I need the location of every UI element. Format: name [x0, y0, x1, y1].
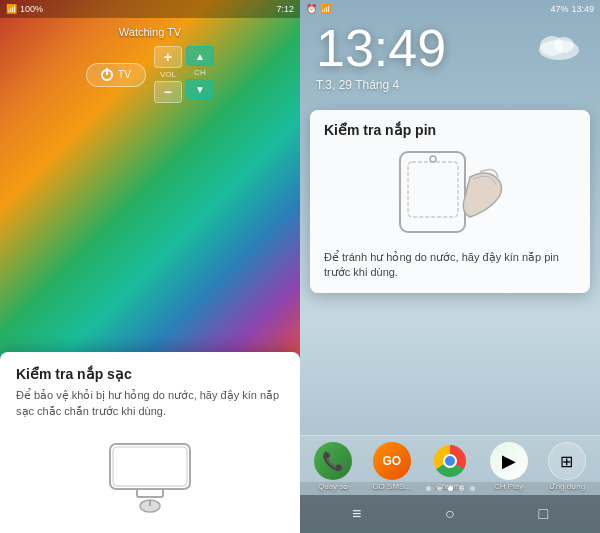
cloud-icon: [534, 30, 584, 60]
svg-rect-9: [408, 162, 458, 217]
left-status-time: 7:12: [276, 4, 294, 14]
phone-icon: 📞: [314, 442, 352, 480]
vol-up-button[interactable]: +: [154, 46, 182, 68]
svg-rect-0: [110, 444, 190, 489]
cloud-decoration: [534, 30, 584, 64]
right-notif-text: Để tránh hư hỏng do nước, hãy đậy kín nắ…: [324, 250, 576, 281]
right-notification-card: Kiểm tra nắp pin Để tránh hư hỏng do nướ…: [310, 110, 590, 293]
svg-rect-1: [113, 447, 187, 486]
chrome-inner-circle: [443, 454, 457, 468]
left-panel: 📶 100% 7:12 Watching TV TV + VOL − ▲ C: [0, 0, 300, 533]
left-status-icons: 📶 100%: [6, 4, 43, 14]
lock-screen-time: 13:49 T.3, 29 Tháng 4: [316, 22, 446, 92]
nav-buttons: ≡ ○ □: [300, 495, 600, 533]
power-icon: [101, 69, 113, 81]
right-panel: ⏰ 📶 47% 13:49 13:49 T.3, 29 Tháng 4 Kiểm…: [300, 0, 600, 533]
right-status-right: 47% 13:49: [550, 4, 594, 14]
left-status-bar: 📶 100% 7:12: [0, 0, 300, 18]
nav-dots: [300, 482, 600, 495]
lock-time-display: 13:49: [316, 22, 446, 74]
right-battery: 47%: [550, 4, 568, 14]
right-notif-illustration: [324, 144, 576, 244]
play-store-icon: ▶: [490, 442, 528, 480]
right-alarm-icon: ⏰: [306, 4, 317, 14]
ch-label: CH: [194, 68, 206, 77]
svg-point-7: [554, 37, 574, 53]
gosms-icon: GO: [373, 442, 411, 480]
tv-power-button[interactable]: TV: [86, 63, 146, 87]
svg-rect-8: [400, 152, 465, 232]
chrome-outer-ring: [434, 445, 466, 477]
right-status-icons: ⏰ 📶: [306, 4, 331, 14]
ch-down-button[interactable]: ▼: [186, 79, 214, 99]
nav-dot-3: [448, 486, 453, 491]
remote-controls: TV + VOL − ▲ CH ▼: [86, 46, 214, 103]
sim-icon: 📶: [6, 4, 17, 14]
vol-down-button[interactable]: −: [154, 81, 182, 103]
charging-illustration: [85, 434, 215, 514]
smart-remote: Watching TV TV + VOL − ▲ CH ▼: [0, 18, 300, 103]
chrome-app-icon: [431, 442, 469, 480]
svg-point-10: [430, 156, 436, 162]
battery-percent: 100%: [20, 4, 43, 14]
right-notif-title: Kiểm tra nắp pin: [324, 122, 576, 138]
left-notif-title: Kiểm tra nắp sạc: [16, 366, 284, 382]
right-status-bar: ⏰ 📶 47% 13:49: [300, 0, 600, 18]
nav-dot-1: [426, 486, 431, 491]
nav-dot-4: [459, 486, 464, 491]
right-wifi-icon: 📶: [320, 4, 331, 14]
ch-up-button[interactable]: ▲: [186, 46, 214, 66]
watching-tv-label: Watching TV: [119, 26, 181, 38]
left-notif-illustration: [16, 429, 284, 519]
nav-dot-5: [470, 486, 475, 491]
menu-nav-button[interactable]: ≡: [352, 505, 361, 523]
bottom-nav: ≡ ○ □: [300, 482, 600, 533]
back-nav-button[interactable]: □: [538, 505, 548, 523]
vol-control: + VOL −: [154, 46, 182, 103]
apps-grid-icon: ⊞: [548, 442, 586, 480]
lock-date-display: T.3, 29 Tháng 4: [316, 78, 446, 92]
vol-ch-controls: + VOL − ▲ CH ▼: [154, 46, 214, 103]
battery-cover-illustration: [380, 147, 520, 242]
svg-rect-2: [137, 489, 163, 497]
nav-dot-2: [437, 486, 442, 491]
left-notif-text: Để bảo vệ khỏi bị hư hỏng do nước, hãy đ…: [16, 388, 284, 419]
right-time: 13:49: [571, 4, 594, 14]
left-notification-card: Kiểm tra nắp sạc Để bảo vệ khỏi bị hư hỏ…: [0, 352, 300, 533]
vol-label: VOL: [160, 70, 176, 79]
home-nav-button[interactable]: ○: [445, 505, 455, 523]
ch-control: ▲ CH ▼: [186, 46, 214, 103]
